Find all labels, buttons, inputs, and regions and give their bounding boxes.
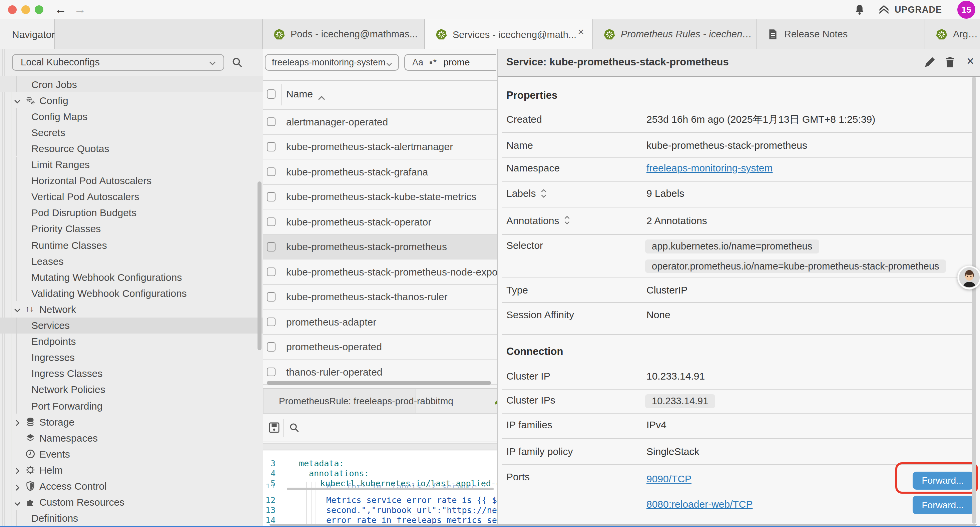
sidebar-item-validating-webhook-configurations[interactable]: Validating Webhook Configurations xyxy=(0,285,262,301)
kubeconfig-select[interactable]: Local Kubeconfigs xyxy=(12,54,224,71)
traffic-light-minimize[interactable] xyxy=(21,5,30,14)
table-row-kube-prometheus-stack-prometheus-node-expor[interactable]: kube-prometheus-stack-prometheus-node-ex… xyxy=(262,260,497,285)
sidebar-item-runtime-classes[interactable]: Runtime Classes xyxy=(0,237,262,253)
assistant-avatar[interactable] xyxy=(957,266,980,290)
tab-1[interactable]: Services - icecheng@math...× xyxy=(425,19,593,49)
table-row-prometheus-operated[interactable]: prometheus-operated xyxy=(262,334,497,360)
table-row-kube-prometheus-stack-prometheus[interactable]: kube-prometheus-stack-prometheus xyxy=(262,234,497,260)
port-link-9090[interactable]: 9090/TCP xyxy=(646,473,692,484)
tab-3[interactable]: Release Notes xyxy=(756,19,925,49)
tab-0[interactable]: Pods - icecheng@mathmas... xyxy=(262,19,425,49)
sidebar-item-secrets[interactable]: Secrets xyxy=(0,124,262,140)
row-checkbox[interactable] xyxy=(267,192,275,201)
tab-4[interactable]: Argo Se xyxy=(925,19,980,49)
row-checkbox[interactable] xyxy=(267,167,275,176)
row-checkbox[interactable] xyxy=(267,142,275,151)
chevron-down-icon[interactable] xyxy=(13,305,21,313)
list-search-input[interactable]: Aa ▪* prome xyxy=(404,54,496,71)
sidebar-item-endpoints[interactable]: Endpoints xyxy=(0,333,262,349)
chevron-right-icon[interactable] xyxy=(13,482,21,490)
table-row-kube-prometheus-stack-alertmanager[interactable]: kube-prometheus-stack-alertmanager xyxy=(262,134,497,159)
chevron-down-icon[interactable] xyxy=(13,498,21,506)
sidebar-item-services[interactable]: Services xyxy=(0,317,262,333)
tab-close-icon[interactable]: × xyxy=(578,26,584,38)
table-row-kube-prometheus-stack-operator[interactable]: kube-prometheus-stack-operator xyxy=(262,209,497,234)
sidebar-item-custom-resources[interactable]: Custom Resources xyxy=(0,494,262,510)
row-checkbox[interactable] xyxy=(267,317,275,326)
sidebar-item-network-policies[interactable]: Network Policies xyxy=(0,382,262,398)
name-column-header[interactable]: Name xyxy=(286,88,313,99)
yaml-editor[interactable]: 3metadata:4annotations:5kubectl.kubernet… xyxy=(262,451,497,527)
select-all-checkbox[interactable] xyxy=(267,89,275,99)
labels-label[interactable]: Labels xyxy=(506,188,547,199)
list-horizontal-scrollbar[interactable] xyxy=(267,381,491,385)
save-icon[interactable] xyxy=(268,422,280,434)
sidebar-item-definitions[interactable]: Definitions xyxy=(0,510,262,526)
traffic-light-maximize[interactable] xyxy=(34,5,43,14)
regex-icon[interactable]: ▪* xyxy=(429,57,437,67)
notification-badge[interactable]: 15 xyxy=(957,1,975,19)
sidebar-item-storage[interactable]: Storage xyxy=(0,414,262,430)
bell-icon[interactable] xyxy=(854,4,865,15)
editor-horizontal-scrollbar[interactable] xyxy=(287,488,494,490)
sidebar-item-namespaces[interactable]: Namespaces xyxy=(0,430,262,446)
chevron-down-icon[interactable] xyxy=(13,96,21,104)
editor-tab-prometheusrule[interactable]: PrometheusRule: freeleaps-prod-rabbitmq xyxy=(264,389,416,413)
port-link-8080[interactable]: 8080:reloader-web/TCP xyxy=(646,498,753,509)
sidebar-item-config[interactable]: Config xyxy=(0,92,262,108)
row-checkbox[interactable] xyxy=(267,292,275,301)
back-icon[interactable]: ← xyxy=(55,2,67,17)
editor-search-icon[interactable] xyxy=(288,422,299,433)
search-icon[interactable] xyxy=(231,57,243,68)
details-scrollbar[interactable] xyxy=(972,76,976,523)
row-checkbox[interactable] xyxy=(267,117,275,126)
bottom-horizontal-scrollbar[interactable] xyxy=(269,523,977,525)
sidebar-item-cron-jobs[interactable]: Cron Jobs xyxy=(0,76,262,92)
sidebar-item-access-control[interactable]: Access Control xyxy=(0,478,262,494)
sidebar-item-config-maps[interactable]: Config Maps xyxy=(0,108,262,124)
sidebar-item-horizontal-pod-autoscalers[interactable]: Horizontal Pod Autoscalers xyxy=(0,172,262,188)
table-row-alertmanager-operated[interactable]: alertmanager-operated xyxy=(262,110,497,134)
upgrade-button[interactable]: UPGRADE xyxy=(878,0,942,19)
row-checkbox[interactable] xyxy=(267,242,275,251)
sidebar-item-network[interactable]: ↑↓Network xyxy=(0,301,262,317)
sidebar-item-port-forwarding[interactable]: Port Forwarding xyxy=(0,398,262,414)
sidebar-item-priority-classes[interactable]: Priority Classes xyxy=(0,221,262,237)
edit-pencil-icon[interactable] xyxy=(924,56,936,68)
namespace-link[interactable]: freeleaps-monitoring-system xyxy=(646,162,773,174)
row-checkbox[interactable] xyxy=(267,367,275,376)
sidebar-item-pod-disruption-budgets[interactable]: Pod Disruption Budgets xyxy=(0,205,262,221)
forward-button-8080[interactable]: Forward... xyxy=(913,496,973,514)
sidebar-item-vertical-pod-autoscalers[interactable]: Vertical Pod Autoscalers xyxy=(0,188,262,204)
row-checkbox[interactable] xyxy=(267,267,275,276)
navigator-panel-tab[interactable]: Navigator xyxy=(0,19,55,49)
row-checkbox[interactable] xyxy=(267,342,275,351)
tab-2[interactable]: Prometheus Rules - icecheng... xyxy=(593,19,756,49)
namespace-select[interactable]: freeleaps-monitoring-system xyxy=(264,54,399,71)
sidebar-item-resource-quotas[interactable]: Resource Quotas xyxy=(0,140,262,156)
annotations-label[interactable]: Annotations xyxy=(506,215,570,226)
table-row-kube-prometheus-stack-grafana[interactable]: kube-prometheus-stack-grafana xyxy=(262,159,497,185)
table-row-prometheus-adapter[interactable]: prometheus-adapter xyxy=(262,309,497,334)
sidebar-item-ingress-classes[interactable]: Ingress Classes xyxy=(0,366,262,382)
sidebar-scrollbar[interactable] xyxy=(258,182,261,350)
sidebar-item-limit-ranges[interactable]: Limit Ranges xyxy=(0,156,262,172)
chevron-right-icon[interactable] xyxy=(13,417,21,426)
forward-icon[interactable]: → xyxy=(74,2,86,17)
editor-tab-label: PrometheusRule: freeleaps-prod-rabbitmq xyxy=(279,396,453,406)
table-row-kube-prometheus-stack-thanos-ruler[interactable]: kube-prometheus-stack-thanos-ruler xyxy=(262,285,497,309)
table-row-kube-prometheus-stack-kube-state-metrics[interactable]: kube-prometheus-stack-kube-state-metrics xyxy=(262,185,497,209)
sidebar-item-mutating-webhook-configurations[interactable]: Mutating Webhook Configurations xyxy=(0,269,262,285)
sidebar-item-events[interactable]: Events xyxy=(0,446,262,462)
chevron-right-icon[interactable] xyxy=(13,466,21,474)
sidebar-item-leases[interactable]: Leases xyxy=(0,253,262,269)
sort-asc-icon[interactable] xyxy=(317,91,325,97)
traffic-light-close[interactable] xyxy=(8,5,16,14)
editor-tab-clipped[interactable] xyxy=(492,389,497,413)
sidebar-item-ingresses[interactable]: Ingresses xyxy=(0,349,262,365)
close-icon[interactable]: × xyxy=(967,54,974,69)
row-checkbox[interactable] xyxy=(267,217,275,226)
sidebar-item-helm[interactable]: Helm xyxy=(0,462,262,478)
delete-trash-icon[interactable] xyxy=(944,56,956,68)
match-case-icon[interactable]: Aa xyxy=(412,57,423,67)
